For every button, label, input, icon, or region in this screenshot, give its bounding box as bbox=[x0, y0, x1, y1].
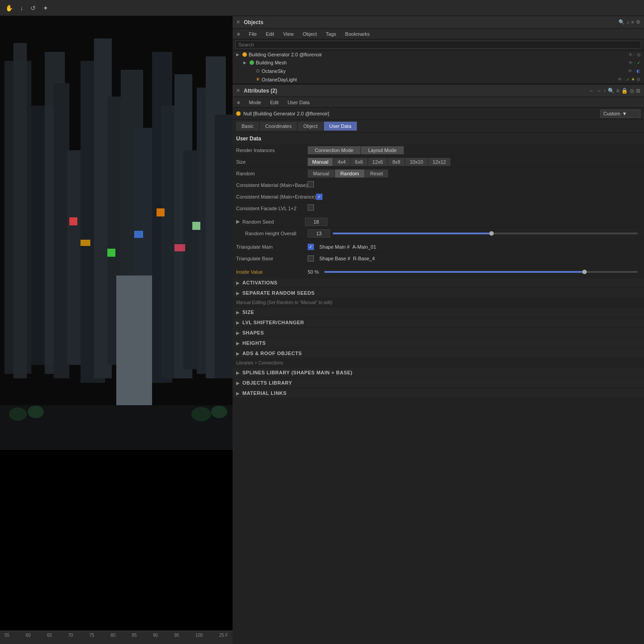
section-material-links[interactable]: ▶ MATERIAL LINKS bbox=[233, 388, 644, 398]
nav-expand-icon[interactable]: ⊞ bbox=[636, 88, 640, 94]
prop-consistent-main-entrance: Consistent Material (Main+Entrance) ✓ bbox=[233, 191, 644, 203]
size-4x4-btn[interactable]: 4x4 bbox=[333, 158, 350, 166]
rotate-icon[interactable]: ↺ bbox=[29, 4, 38, 13]
menu-tags[interactable]: Tags bbox=[324, 30, 338, 38]
section-shapes[interactable]: ▶ SHAPES bbox=[233, 328, 644, 338]
tree-icons-1: 👁 ∶ ✓ bbox=[628, 60, 640, 65]
settings-icon[interactable]: ⚙ bbox=[636, 19, 640, 25]
menu-file[interactable]: File bbox=[247, 30, 258, 38]
move-icon[interactable]: ✋ bbox=[4, 4, 15, 13]
size-10x10-btn[interactable]: 10x10 bbox=[405, 158, 428, 166]
search-icon[interactable]: 🔍 bbox=[619, 19, 625, 25]
menu-edit[interactable]: Edit bbox=[264, 30, 276, 38]
tab-basic[interactable]: Basic bbox=[236, 122, 259, 131]
viewport[interactable]: 55 60 65 70 75 80 85 90 95 100 25 F bbox=[0, 16, 233, 644]
size-6x6-btn[interactable]: 6x6 bbox=[351, 158, 368, 166]
attr-close-icon[interactable]: ✕ bbox=[236, 88, 240, 93]
section-splines-library[interactable]: ▶ SPLINES LIBRARY (SHAPES MAIN + BASE) bbox=[233, 368, 644, 378]
size-12x12-btn[interactable]: 12x12 bbox=[428, 158, 450, 166]
section-objects-library[interactable]: ▶ OBJECTS LIBRARY bbox=[233, 378, 644, 388]
random-height-slider[interactable] bbox=[333, 233, 638, 234]
triangulate-base-checkbox[interactable] bbox=[308, 255, 314, 262]
transform-icon[interactable]: ✦ bbox=[41, 4, 50, 13]
inside-value-slider[interactable] bbox=[324, 271, 638, 273]
attr-menu-mode[interactable]: Mode bbox=[247, 99, 263, 106]
visibility-icon-0[interactable]: 👁 bbox=[628, 52, 633, 57]
visibility-icon-1[interactable]: 👁 bbox=[628, 60, 633, 65]
attr-object-row: Null [Building Generator 2.0 @florenoir]… bbox=[233, 108, 644, 120]
attr-menubar: ≡ Mode Edit User Data bbox=[233, 97, 644, 108]
random-random-btn[interactable]: Random bbox=[335, 169, 364, 178]
menu-view[interactable]: View bbox=[281, 30, 296, 38]
visibility-icon-2[interactable]: 👁 bbox=[628, 68, 632, 73]
connection-mode-btn[interactable]: Connection Mode bbox=[308, 146, 360, 154]
nav-lock-icon[interactable]: 🔒 bbox=[621, 88, 628, 94]
ruler-marks: 55 60 65 70 75 80 85 90 95 100 25 F bbox=[0, 633, 233, 638]
layout-mode-btn[interactable]: Layout Mode bbox=[361, 146, 404, 154]
menu-bookmarks[interactable]: Bookmarks bbox=[343, 30, 372, 38]
visibility-icon-3[interactable]: 👁 bbox=[618, 77, 622, 82]
heights-arrow-icon: ▶ bbox=[236, 341, 240, 346]
tree-item-octane-daylight[interactable]: ✳ OctaneDayLight 👁 ∶ ✓ ☀ ⚙ bbox=[233, 75, 644, 84]
random-reset-btn[interactable]: Reset bbox=[365, 169, 389, 178]
nav-search-icon[interactable]: 🔍 bbox=[608, 88, 614, 94]
attr-menu-hamburger[interactable]: ≡ bbox=[235, 99, 242, 106]
consistent-main-entrance-checkbox[interactable]: ✓ bbox=[316, 194, 322, 200]
home-icon[interactable]: ⌂ bbox=[627, 19, 630, 25]
inside-value-slider-fill bbox=[324, 271, 585, 273]
tree-item-building-generator[interactable]: ▶ Building Generator 2.0 @florenoir 👁 ∶ … bbox=[233, 51, 644, 59]
lock-icon-3[interactable]: ∶ bbox=[623, 77, 625, 82]
nav-up-icon[interactable]: ↑ bbox=[603, 88, 606, 94]
triangulate-main-checkbox[interactable]: ✓ bbox=[308, 244, 314, 250]
move-down-icon[interactable]: ↓ bbox=[18, 4, 25, 13]
right-panel: ✕ Objects 🔍 ⌂ ≡ ⚙ ≡ File Edit View Objec… bbox=[233, 16, 644, 644]
attr-titlebar: ✕ Attributes (2) ← → ↑ 🔍 ≡ 🔒 ◎ ⊞ bbox=[233, 85, 644, 97]
tab-userdata[interactable]: User Data bbox=[324, 122, 357, 131]
lock-icon-2[interactable]: ∶ bbox=[634, 68, 635, 73]
tree-label-octane-sky: OctaneSky bbox=[262, 68, 626, 74]
tab-coordinates[interactable]: Coordinates bbox=[260, 122, 297, 131]
consistent-facade-checkbox[interactable] bbox=[308, 204, 314, 211]
menu-object[interactable]: Object bbox=[301, 30, 319, 38]
random-seed-input[interactable] bbox=[305, 218, 327, 226]
section-lvl-shifter[interactable]: ▶ LVL SHIFTER/CHANGER bbox=[233, 318, 644, 328]
nav-back-icon[interactable]: ← bbox=[589, 88, 594, 94]
random-manual-btn[interactable]: Manual bbox=[308, 169, 335, 178]
tree-icons-0: 👁 ∶ ⊞ bbox=[628, 52, 640, 57]
gear-icon-3[interactable]: ⚙ bbox=[636, 77, 640, 82]
attr-menu-userdata[interactable]: User Data bbox=[286, 99, 312, 106]
lock-icon-0[interactable]: ∶ bbox=[634, 52, 636, 57]
tree-item-octane-sky[interactable]: ⊙ OctaneSky 👁 ∶ ◐ bbox=[233, 67, 644, 75]
search-container bbox=[233, 39, 644, 51]
size-8x8-btn[interactable]: 8x8 bbox=[388, 158, 405, 166]
random-seed-arrow[interactable]: ▶ bbox=[236, 219, 240, 225]
random-height-thumb[interactable] bbox=[489, 231, 494, 236]
section-activations[interactable]: ▶ ACTIVATIONS bbox=[233, 278, 644, 288]
objects-close-icon[interactable]: ✕ bbox=[236, 19, 240, 25]
nav-circle-icon[interactable]: ◎ bbox=[630, 88, 634, 94]
random-value: Manual Random Reset bbox=[308, 169, 640, 178]
consistent-main-base-checkbox[interactable] bbox=[308, 181, 314, 187]
tree-item-building-mesh[interactable]: ▶ Building Mesh 👁 ∶ ✓ bbox=[233, 59, 644, 67]
tab-object[interactable]: Object bbox=[298, 122, 323, 131]
tag-icon-0[interactable]: ⊞ bbox=[637, 52, 640, 57]
section-separate-random-seeds[interactable]: ▶ SEPARATE RANDOM SEEDS bbox=[233, 288, 644, 298]
random-height-input[interactable] bbox=[308, 229, 330, 237]
size-manual-btn[interactable]: Manual bbox=[308, 158, 333, 166]
custom-dropdown[interactable]: Custom ▼ bbox=[600, 110, 640, 118]
ruler-75: 75 bbox=[89, 633, 94, 638]
menu-hamburger[interactable]: ≡ bbox=[235, 30, 242, 38]
filter-icon[interactable]: ≡ bbox=[631, 19, 634, 25]
nav-filter-icon[interactable]: ≡ bbox=[616, 88, 619, 94]
section-size[interactable]: ▶ SIZE bbox=[233, 307, 644, 318]
top-toolbar: ✋ ↓ ↺ ✦ bbox=[0, 0, 644, 16]
section-heights[interactable]: ▶ HEIGHTS bbox=[233, 338, 644, 348]
size-12x6-btn[interactable]: 12x6 bbox=[368, 158, 388, 166]
attr-menu-edit[interactable]: Edit bbox=[268, 99, 280, 106]
nav-forward-icon[interactable]: → bbox=[596, 88, 602, 94]
inside-value-thumb[interactable] bbox=[582, 270, 587, 274]
lock-icon-1[interactable]: ∶ bbox=[634, 60, 636, 65]
search-input[interactable] bbox=[235, 41, 641, 49]
section-ads-roof[interactable]: ▶ ADS & ROOF OBJECTS bbox=[233, 348, 644, 359]
objects-library-label: OBJECTS LIBRARY bbox=[242, 380, 292, 386]
